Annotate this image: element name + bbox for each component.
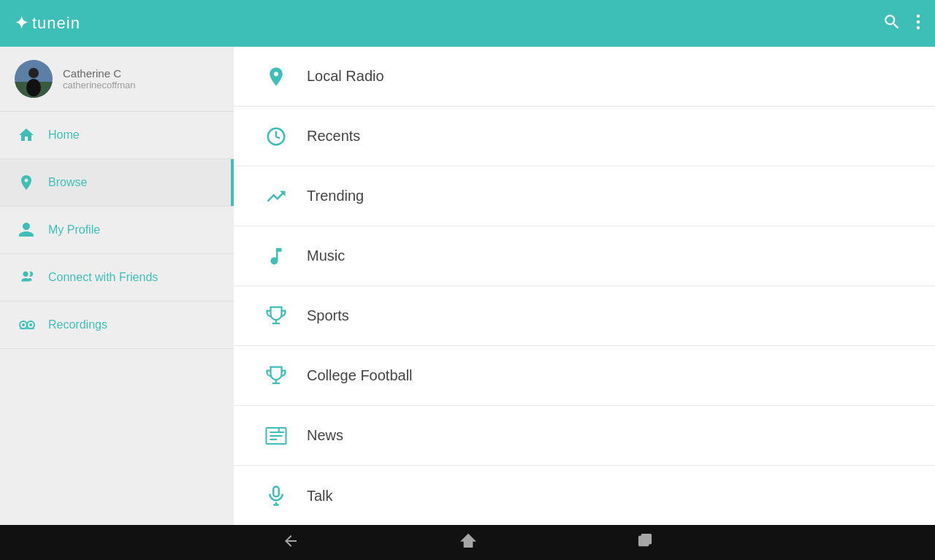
svg-point-8 [22,323,25,326]
content-item-sports[interactable]: Sports [234,286,935,346]
news-label: News [307,427,343,444]
trending-label: Trending [307,188,364,204]
more-icon[interactable] [916,12,920,34]
divider [0,348,234,349]
content-item-recents[interactable]: Recents [234,107,935,166]
home-icon [16,126,37,144]
content-item-news[interactable]: News [234,406,935,466]
sidebar-item-my-profile[interactable]: My Profile [0,207,234,253]
user-profile[interactable]: Catherine C catherinecoffman [0,47,234,111]
svg-rect-21 [273,487,279,497]
svg-marker-24 [462,534,475,547]
user-handle: catherinecoffman [63,80,136,91]
svg-point-1 [917,20,920,23]
android-nav-bar [0,525,935,560]
music-icon [263,245,289,267]
content-item-music[interactable]: Music [234,226,935,286]
user-info: Catherine C catherinecoffman [63,67,136,91]
svg-point-0 [917,15,920,18]
logo-text: tunein [32,14,80,33]
sidebar-item-home[interactable]: Home [0,112,234,158]
trophy-icon [263,305,289,327]
news-icon [263,425,289,447]
profile-icon [16,221,37,239]
content-item-talk[interactable]: Talk [234,466,935,525]
svg-point-6 [26,79,41,96]
sidebar-item-connect-friends-label: Connect with Friends [48,271,158,284]
app-logo: ✦ tunein [15,14,80,33]
location-pin-icon [16,174,37,191]
recents-label: Recents [307,128,360,145]
friends-icon [16,269,37,286]
clock-icon [263,126,289,147]
sidebar: Catherine C catherinecoffman Home Browse [0,47,234,525]
content-item-college-football[interactable]: College Football [234,346,935,406]
back-button[interactable] [282,532,299,553]
sidebar-item-recordings-label: Recordings [48,318,107,331]
mic-icon [263,485,289,507]
talk-label: Talk [307,488,333,505]
svg-point-2 [917,26,920,29]
content-item-local-radio[interactable]: Local Radio [234,47,935,107]
search-icon[interactable] [882,12,901,34]
trending-icon [263,185,289,207]
sidebar-item-recordings[interactable]: Recordings [0,302,234,348]
sidebar-item-browse-label: Browse [48,176,87,189]
trophy2-icon [263,365,289,387]
svg-rect-26 [641,534,651,544]
college-football-label: College Football [307,367,413,384]
recordings-icon [16,316,37,334]
music-label: Music [307,248,345,264]
content-area: Local Radio Recents Trending [234,47,935,525]
sidebar-item-browse[interactable]: Browse [0,159,234,206]
avatar [15,60,53,98]
content-item-trending[interactable]: Trending [234,166,935,226]
recents-button[interactable] [637,533,653,552]
topbar-actions [882,12,920,34]
sidebar-item-my-profile-label: My Profile [48,223,100,237]
main-layout: Catherine C catherinecoffman Home Browse [0,47,935,525]
user-name: Catherine C [63,67,136,80]
svg-point-5 [28,68,39,78]
pin-icon [263,66,289,88]
local-radio-label: Local Radio [307,68,384,85]
svg-point-10 [29,323,32,326]
home-button[interactable] [460,533,476,552]
sidebar-item-connect-friends[interactable]: Connect with Friends [0,254,234,301]
top-bar: ✦ tunein [0,0,935,47]
sports-label: Sports [307,307,349,324]
sidebar-item-home-label: Home [48,129,80,142]
logo-icon: ✦ [15,14,28,33]
